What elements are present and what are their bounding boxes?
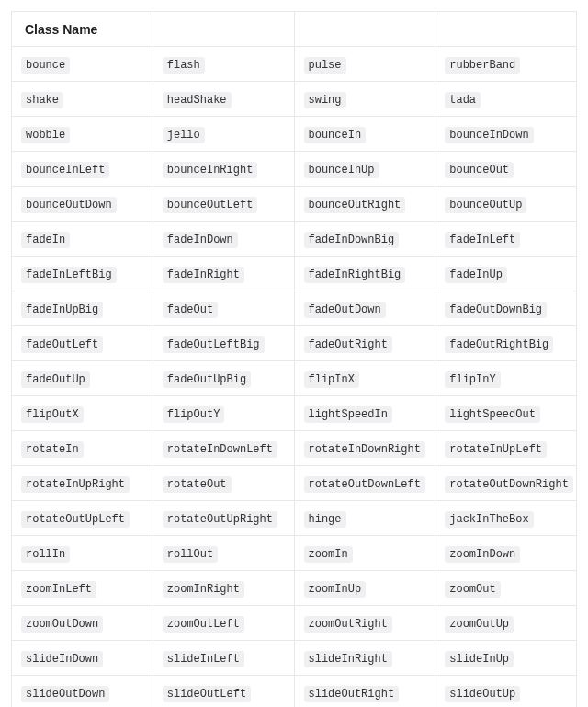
class-name-code: bounceOutLeft — [163, 197, 258, 213]
table-cell: rotateInUpLeft — [435, 431, 577, 466]
table-cell: zoomOutLeft — [153, 606, 294, 641]
table-cell: fadeOutDownBig — [435, 291, 577, 326]
table-cell: flash — [153, 47, 294, 82]
table-cell: rubberBand — [435, 47, 577, 82]
class-name-code: lightSpeedOut — [445, 406, 540, 423]
table-cell: fadeOutLeftBig — [153, 326, 294, 361]
class-name-code: fadeOutUp — [21, 371, 90, 388]
table-cell: bounceInUp — [294, 152, 435, 187]
table-row: rollInrollOutzoomInzoomInDown — [12, 536, 577, 571]
class-name-code: bounceOutRight — [304, 197, 406, 213]
table-cell: bounceOut — [435, 152, 577, 187]
class-name-code: zoomInRight — [163, 581, 244, 598]
class-name-code: fadeInRight — [163, 267, 244, 283]
table-row: rotateInrotateInDownLeftrotateInDownRigh… — [12, 431, 577, 466]
class-name-code: jackInTheBox — [445, 511, 533, 528]
class-name-code: slideOutUp — [445, 686, 520, 702]
table-cell: flipOutY — [153, 396, 294, 431]
table-cell: slideOutRight — [294, 676, 435, 708]
class-name-code: flipInX — [304, 371, 359, 388]
class-name-code: zoomInUp — [304, 581, 367, 598]
table-cell: lightSpeedOut — [435, 396, 577, 431]
class-name-code: headShake — [163, 92, 232, 108]
table-cell: slideInLeft — [153, 641, 294, 676]
table-cell: bounceInLeft — [12, 152, 153, 187]
table-cell: zoomInLeft — [12, 571, 153, 606]
table-cell: fadeOutDown — [294, 291, 435, 326]
table-cell: flipOutX — [12, 396, 153, 431]
class-name-code: slideInDown — [21, 651, 103, 667]
class-name-code: flipOutX — [21, 406, 84, 423]
table-cell: pulse — [294, 47, 435, 82]
table-row: zoomInLeftzoomInRightzoomInUpzoomOut — [12, 571, 577, 606]
table-row: fadeInfadeInDownfadeInDownBigfadeInLeft — [12, 222, 577, 257]
table-cell: slideInRight — [294, 641, 435, 676]
table-cell: rollIn — [12, 536, 153, 571]
table-cell: rotateInUpRight — [12, 466, 153, 501]
table-cell: zoomInDown — [435, 536, 577, 571]
table-cell: zoomInUp — [294, 571, 435, 606]
class-name-code: rotateInDownRight — [304, 441, 425, 458]
class-name-code: hinge — [304, 511, 346, 528]
table-cell: bounceInDown — [435, 117, 577, 152]
table-header-cell — [294, 12, 435, 47]
class-name-code: rotateOutDownLeft — [304, 476, 425, 493]
table-row: shakeheadShakeswingtada — [12, 82, 577, 117]
class-name-code: rollOut — [163, 546, 218, 563]
table-cell: lightSpeedIn — [294, 396, 435, 431]
table-cell: flipInY — [435, 361, 577, 396]
table-cell: fadeOutUp — [12, 361, 153, 396]
class-name-code: zoomInDown — [445, 546, 520, 563]
table-cell: rollOut — [153, 536, 294, 571]
table-cell: fadeInDown — [153, 222, 294, 257]
class-name-code: flipOutY — [163, 406, 225, 423]
table-cell: fadeOutRightBig — [435, 326, 577, 361]
table-header-row: Class Name — [12, 12, 577, 47]
class-name-code: bounceOutDown — [21, 197, 117, 213]
class-name-code: fadeInLeft — [445, 232, 520, 248]
table-cell: fadeInDownBig — [294, 222, 435, 257]
class-name-code: rollIn — [21, 546, 70, 563]
table-row: wobblejellobounceInbounceInDown — [12, 117, 577, 152]
class-name-table: Class Name bounceflashpulserubberBandsha… — [11, 11, 577, 707]
class-name-code: zoomOutUp — [445, 616, 514, 633]
table-cell: flipInX — [294, 361, 435, 396]
class-name-code: bounceIn — [304, 127, 367, 143]
table-cell: rotateOut — [153, 466, 294, 501]
class-name-code: zoomInLeft — [21, 581, 96, 598]
table-row: zoomOutDownzoomOutLeftzoomOutRightzoomOu… — [12, 606, 577, 641]
class-name-code: fadeOutLeftBig — [163, 336, 265, 353]
class-name-code: bounceOutUp — [445, 197, 526, 213]
class-name-code: bounce — [21, 57, 70, 74]
table-row: rotateInUpRightrotateOutrotateOutDownLef… — [12, 466, 577, 501]
class-name-code: slideInUp — [445, 651, 514, 667]
class-name-code: bounceInLeft — [21, 162, 109, 178]
table-row: rotateOutUpLeftrotateOutUpRighthingejack… — [12, 501, 577, 536]
class-name-code: fadeOutDown — [304, 302, 386, 318]
class-name-code: fadeOutDownBig — [445, 302, 547, 318]
class-name-code: fadeInRightBig — [304, 267, 406, 283]
table-row: bounceOutDownbounceOutLeftbounceOutRight… — [12, 187, 577, 222]
table-cell: zoomOutRight — [294, 606, 435, 641]
table-row: flipOutXflipOutYlightSpeedInlightSpeedOu… — [12, 396, 577, 431]
class-name-code: fadeOutRightBig — [445, 336, 553, 353]
class-name-code: zoomIn — [304, 546, 353, 563]
class-name-code: zoomOut — [445, 581, 500, 598]
table-cell: bounceOutLeft — [153, 187, 294, 222]
class-name-code: flipInY — [445, 371, 500, 388]
table-row: bounceflashpulserubberBand — [12, 47, 577, 82]
table-cell: fadeIn — [12, 222, 153, 257]
class-name-code: bounceInRight — [163, 162, 258, 178]
table-cell: zoomOutDown — [12, 606, 153, 641]
table-cell: fadeInUp — [435, 257, 577, 291]
class-name-code: fadeInUp — [445, 267, 507, 283]
class-name-code: slideInLeft — [163, 651, 244, 667]
table-cell: slideOutLeft — [153, 676, 294, 708]
table-cell: headShake — [153, 82, 294, 117]
table-row: slideOutDownslideOutLeftslideOutRightsli… — [12, 676, 577, 708]
class-name-code: fadeOutUpBig — [163, 371, 251, 388]
table-cell: bounceOutRight — [294, 187, 435, 222]
class-name-code: lightSpeedIn — [304, 406, 392, 423]
class-name-code: fadeInDown — [163, 232, 238, 248]
table-header-cell — [435, 12, 577, 47]
